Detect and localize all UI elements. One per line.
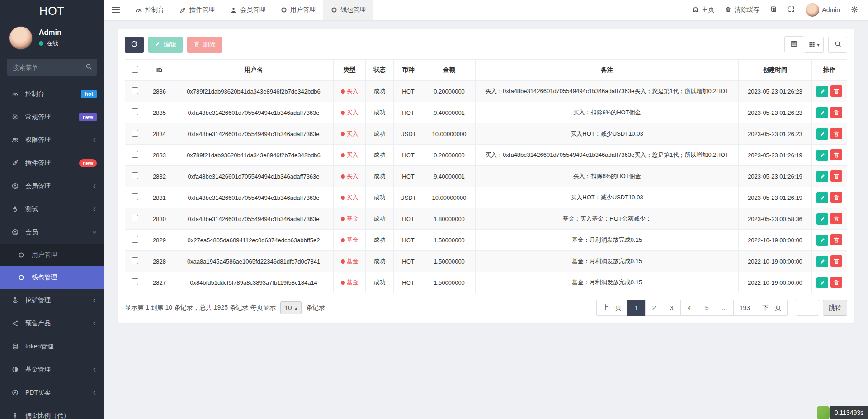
delete-row-button[interactable]: [830, 192, 842, 203]
edit-row-button[interactable]: [816, 235, 828, 246]
sidebar-item-presale[interactable]: 预售产品: [0, 312, 104, 335]
col-remark: 备注: [476, 60, 739, 81]
page-button-page-5[interactable]: 5: [698, 300, 716, 316]
edit-row-button[interactable]: [816, 107, 828, 118]
user-circle-icon: [12, 229, 23, 235]
cell-id: 2829: [145, 230, 174, 251]
menu-toggle-button[interactable]: [104, 0, 127, 20]
fullscreen-button[interactable]: [788, 6, 795, 14]
sidebar-item-console[interactable]: 控制台hot: [0, 82, 104, 105]
sidebar-item-general[interactable]: 常规管理new: [0, 105, 104, 128]
topbar-user[interactable]: Admin: [806, 3, 840, 17]
edit-row-button[interactable]: [816, 277, 828, 288]
delete-row-button[interactable]: [830, 149, 842, 160]
search-icon: [85, 63, 92, 72]
row-checkbox[interactable]: [132, 193, 138, 200]
sidebar-item-token[interactable]: token管理: [0, 335, 104, 358]
sidebar-subitem-user[interactable]: 用户管理: [0, 244, 104, 266]
delete-row-button[interactable]: [830, 170, 842, 182]
edit-row-button[interactable]: [816, 213, 828, 225]
delete-row-button[interactable]: [830, 255, 842, 267]
sidebar-item-commission[interactable]: 佣金比例（代）: [0, 404, 104, 419]
settings-button[interactable]: [851, 6, 858, 14]
page-button-prev[interactable]: 上一页: [596, 300, 628, 316]
page-button-page-2[interactable]: 2: [645, 300, 663, 316]
sidebar-item-addon[interactable]: 插件管理new: [0, 151, 104, 174]
row-checkbox[interactable]: [132, 130, 138, 137]
delete-row-button[interactable]: [830, 128, 842, 139]
edit-row-button[interactable]: [816, 150, 828, 161]
refresh-button[interactable]: [125, 37, 144, 53]
records-table: ID 用户名 类型 状态 币种 金额 备注 创建时间 操作 28360x789f…: [125, 59, 847, 293]
sidebar-subitem-wallet[interactable]: 钱包管理: [0, 266, 104, 289]
sidebar-item-member[interactable]: 会员: [0, 221, 104, 244]
sidebar-item-member-manage[interactable]: 会员管理: [0, 174, 104, 198]
row-checkbox[interactable]: [132, 236, 138, 243]
cell-amount: 0.20000000: [423, 145, 476, 166]
tab-label: 插件管理: [189, 6, 215, 14]
delete-button[interactable]: 删除: [187, 37, 222, 53]
tab-member[interactable]: 会员管理: [222, 0, 273, 20]
cell-coin: USDT: [394, 187, 423, 208]
tab-user[interactable]: 用户管理: [273, 0, 323, 20]
tab-addon[interactable]: 插件管理: [172, 0, 222, 20]
tab-console[interactable]: 控制台: [127, 0, 172, 20]
exec-time-label: 0.113493s: [830, 406, 868, 419]
edit-row-button[interactable]: [816, 128, 828, 140]
tab-wallet[interactable]: 钱包管理: [323, 0, 373, 20]
view-grid-button[interactable]: ▾: [805, 37, 824, 53]
cell-created: 2023-05-23 01:26:19: [739, 166, 812, 187]
page-button-page-1[interactable]: 1: [627, 300, 646, 316]
delete-row-button[interactable]: [830, 85, 842, 97]
cell-remark: 基金：月利润发放完成0.15: [476, 230, 739, 251]
row-checkbox[interactable]: [132, 257, 138, 264]
row-checkbox[interactable]: [132, 108, 138, 115]
clear-cache-link[interactable]: 清除缓存: [725, 6, 760, 14]
sidebar-item-test[interactable]: 测试: [0, 198, 104, 221]
sidebar-item-mining[interactable]: 挖矿管理: [0, 289, 104, 312]
page-button-next[interactable]: 下一页: [756, 300, 788, 316]
per-page-select[interactable]: 10▴: [280, 301, 302, 314]
delete-row-button[interactable]: [830, 234, 842, 245]
badge-new: new: [79, 113, 97, 121]
edit-button[interactable]: 编辑: [148, 37, 183, 53]
language-button[interactable]: [770, 6, 777, 14]
sidebar-item-pdt[interactable]: PDT买卖: [0, 381, 104, 404]
menu-search-input[interactable]: [7, 59, 97, 76]
edit-row-button[interactable]: [816, 192, 828, 203]
page-button-ellipsis[interactable]: ...: [716, 300, 734, 316]
rocket-icon: [179, 7, 186, 14]
person-icon: [12, 412, 23, 419]
cell-created: 2023-05-23 01:26:19: [739, 187, 812, 208]
delete-row-button[interactable]: [830, 277, 842, 288]
delete-row-button[interactable]: [830, 107, 842, 118]
select-all-checkbox[interactable]: [132, 66, 138, 73]
sidebar-item-auth[interactable]: 权限管理: [0, 128, 104, 151]
trash-icon: [725, 6, 731, 14]
view-list-button[interactable]: [784, 36, 803, 52]
edit-row-button[interactable]: [816, 171, 828, 182]
page-button-page-193[interactable]: 193: [733, 300, 756, 316]
app-logo: HOT: [0, 0, 104, 22]
cell-coin: HOT: [394, 272, 423, 293]
search-toggle-button[interactable]: [828, 37, 847, 53]
row-checkbox[interactable]: [132, 172, 138, 179]
edit-row-button[interactable]: [816, 256, 828, 267]
edit-row-button[interactable]: [816, 86, 828, 97]
row-checkbox[interactable]: [132, 151, 138, 158]
row-checkbox[interactable]: [132, 87, 138, 94]
sidebar-avatar[interactable]: [9, 26, 33, 50]
page-button-page-4[interactable]: 4: [680, 300, 698, 316]
jump-button[interactable]: 跳转: [823, 300, 847, 316]
delete-row-button[interactable]: [830, 213, 842, 224]
row-checkbox[interactable]: [132, 278, 138, 285]
sidebar-item-fund[interactable]: 基金管理: [0, 358, 104, 381]
row-checkbox[interactable]: [132, 215, 138, 221]
peace-icon: [12, 206, 23, 212]
page-button-page-3[interactable]: 3: [663, 300, 681, 316]
col-amount: 金额: [423, 60, 476, 81]
sidebar-item-label: 基金管理: [25, 366, 51, 374]
sidebar-item-label: 控制台: [25, 90, 44, 98]
home-link[interactable]: 主页: [692, 6, 714, 14]
page-jump-input[interactable]: [796, 300, 819, 316]
